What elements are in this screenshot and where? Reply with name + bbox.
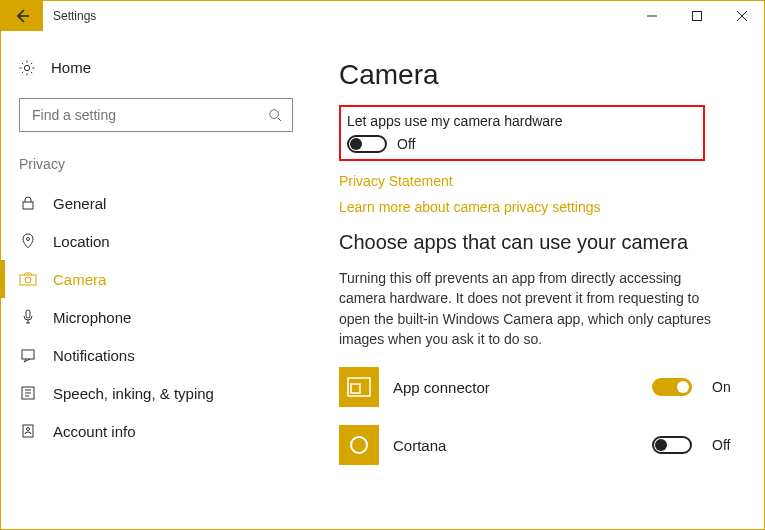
svg-rect-17 xyxy=(351,384,360,393)
notifications-icon xyxy=(19,346,37,364)
svg-point-7 xyxy=(25,277,31,283)
app-name: Cortana xyxy=(393,437,638,454)
sidebar-item-label: Speech, inking, & typing xyxy=(53,385,214,402)
search-field[interactable] xyxy=(32,107,268,123)
sidebar-item-account[interactable]: Account info xyxy=(1,412,311,440)
camera-toggle-label: Let apps use my camera hardware xyxy=(347,113,563,129)
sidebar-item-speech[interactable]: Speech, inking, & typing xyxy=(1,374,311,412)
svg-point-2 xyxy=(270,110,279,119)
apps-description: Turning this off prevents an app from di… xyxy=(339,268,719,349)
learn-more-link[interactable]: Learn more about camera privacy settings xyxy=(339,199,736,215)
sidebar-item-label: General xyxy=(53,195,106,212)
sidebar-item-label: Camera xyxy=(53,271,106,288)
lock-icon xyxy=(19,194,37,212)
camera-toggle[interactable] xyxy=(347,135,387,153)
privacy-statement-link[interactable]: Privacy Statement xyxy=(339,173,736,189)
minimize-button[interactable] xyxy=(629,1,674,31)
sidebar-item-camera[interactable]: Camera xyxy=(1,260,311,298)
sidebar-item-label: Location xyxy=(53,233,110,250)
minimize-icon xyxy=(647,11,657,21)
svg-point-5 xyxy=(27,238,30,241)
section-label: Privacy xyxy=(1,152,311,184)
speech-icon xyxy=(19,384,37,402)
gear-icon xyxy=(19,60,35,76)
home-label: Home xyxy=(51,59,91,76)
svg-rect-1 xyxy=(692,12,701,21)
sidebar-item-label: Microphone xyxy=(53,309,131,326)
window-title: Settings xyxy=(53,9,96,23)
apps-subheading: Choose apps that can use your camera xyxy=(339,231,736,254)
sidebar: Home Privacy General Location Camera Mic… xyxy=(1,31,311,529)
back-arrow-icon xyxy=(14,8,30,24)
svg-rect-8 xyxy=(26,310,30,318)
app-toggle-state: On xyxy=(712,379,736,395)
account-icon xyxy=(19,422,37,440)
app-connector-icon xyxy=(339,367,379,407)
camera-toggle-state: Off xyxy=(397,136,415,152)
sidebar-item-label: Account info xyxy=(53,423,136,440)
app-connector-toggle[interactable] xyxy=(652,378,692,396)
cortana-toggle[interactable] xyxy=(652,436,692,454)
sidebar-item-general[interactable]: General xyxy=(1,184,311,222)
sidebar-item-microphone[interactable]: Microphone xyxy=(1,298,311,336)
svg-line-3 xyxy=(278,118,282,122)
home-button[interactable]: Home xyxy=(1,51,311,84)
highlight-annotation: Let apps use my camera hardware Off xyxy=(339,105,705,161)
close-icon xyxy=(737,11,747,21)
microphone-icon xyxy=(19,308,37,326)
maximize-icon xyxy=(692,11,702,21)
search-icon xyxy=(268,108,282,122)
app-row-cortana: Cortana Off xyxy=(339,425,736,465)
svg-point-15 xyxy=(27,428,30,431)
close-button[interactable] xyxy=(719,1,764,31)
app-name: App connector xyxy=(393,379,638,396)
main-panel: Camera Let apps use my camera hardware O… xyxy=(311,31,764,529)
search-input[interactable] xyxy=(19,98,293,132)
camera-icon xyxy=(19,270,37,288)
page-title: Camera xyxy=(339,59,736,91)
back-button[interactable] xyxy=(1,1,43,31)
sidebar-item-location[interactable]: Location xyxy=(1,222,311,260)
svg-point-18 xyxy=(351,437,367,453)
location-icon xyxy=(19,232,37,250)
maximize-button[interactable] xyxy=(674,1,719,31)
app-toggle-state: Off xyxy=(712,437,736,453)
cortana-icon xyxy=(339,425,379,465)
app-row-connector: App connector On xyxy=(339,367,736,407)
svg-rect-4 xyxy=(23,202,33,209)
svg-rect-9 xyxy=(22,350,34,359)
sidebar-item-label: Notifications xyxy=(53,347,135,364)
sidebar-item-notifications[interactable]: Notifications xyxy=(1,336,311,374)
